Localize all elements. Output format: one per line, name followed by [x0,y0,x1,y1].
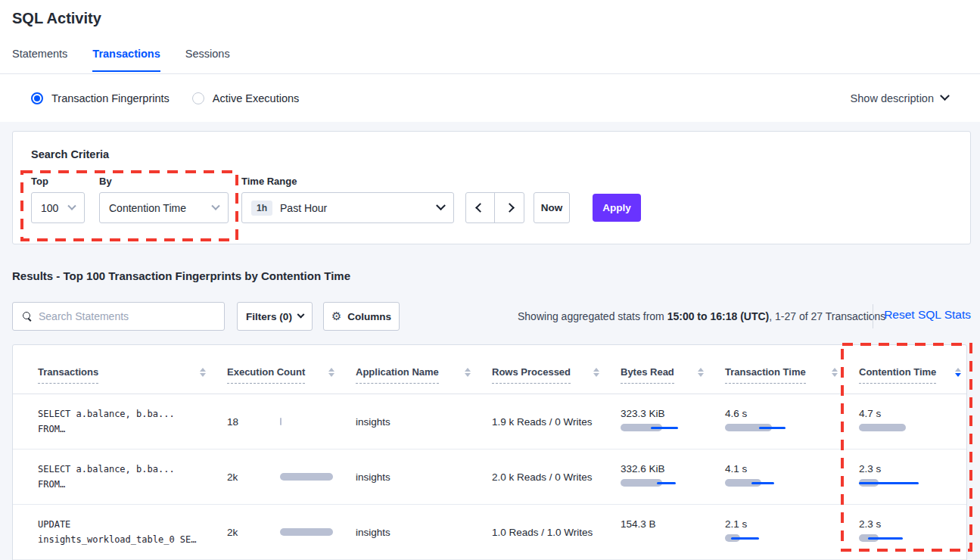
time-range-badge: 1h [251,201,272,216]
transaction-fingerprint-link[interactable]: SELECT a.balance, b.ba... FROM… [38,406,227,437]
view-toggle-row: Transaction Fingerprints Active Executio… [0,74,980,122]
search-icon [23,312,32,321]
columns-button[interactable]: ⚙ Columns [323,302,400,331]
bar-blue [759,427,786,429]
header-contention-time[interactable]: Contention Time [859,366,967,394]
transaction-time-cell: 2.1 s [725,519,859,545]
table-row: SELECT a.balance, b.ba... FROM… 2k insig… [13,450,966,505]
execution-count-bar [280,473,333,481]
search-statements-input[interactable] [39,310,224,322]
transaction-fingerprint-link[interactable]: UPDATE insights_workload_table_0 SE… [38,517,227,547]
transactions-table: Transactions Execution Count Application… [12,344,967,560]
bar-gray [280,473,333,481]
radio-selected-icon [31,92,43,104]
time-nav-group [465,192,524,223]
contention-time-bar [859,424,919,431]
contention-time-cell: 4.7 s [859,409,967,434]
bytes-read-bar [621,424,681,431]
sort-icon [698,368,704,384]
search-criteria-panel: Search Criteria Top 100 By Contention Ti… [12,131,971,244]
sort-icon [328,368,334,384]
execution-count-cell: 18 [227,416,356,428]
bar-gray [280,528,333,536]
page-title: SQL Activity [12,10,101,27]
header-application-name[interactable]: Application Name [356,366,492,394]
results-title: Results - Top 100 Transaction Fingerprin… [12,269,350,282]
by-select[interactable]: Contention Time [99,192,229,223]
transaction-fingerprint-link[interactable]: SELECT a.balance, b.ba... FROM… [38,462,227,492]
sql-activity-page: SQL Activity Statements Transactions Ses… [0,0,980,560]
show-description-toggle[interactable]: Show description [851,74,948,122]
sort-icon [593,368,599,384]
tab-bar: Statements Transactions Sessions [12,48,230,72]
chevron-down-icon [436,201,446,210]
tab-transactions[interactable]: Transactions [92,48,160,72]
top-label: Top [31,176,48,187]
by-label: By [99,176,112,187]
top-select[interactable]: 100 [31,192,85,223]
radio-transaction-fingerprints[interactable]: Transaction Fingerprints [31,92,170,104]
radio-unselected-icon [192,92,204,104]
chevron-left-icon [475,203,485,213]
contention-time-cell: 2.3 s [859,519,967,545]
bytes-read-bar [621,479,681,487]
sort-icon [200,368,206,384]
bar-gray [621,479,662,487]
application-name-cell: insights [356,416,492,428]
application-name-cell: insights [356,527,492,538]
search-statements-box [12,302,225,331]
bar-blue [751,482,774,484]
bar-blue [868,537,903,540]
reset-sql-stats-link[interactable]: Reset SQL Stats [884,308,971,322]
tab-statements[interactable]: Statements [12,48,67,72]
apply-button[interactable]: Apply [593,194,641,222]
table-row: UPDATE insights_workload_table_0 SE… 2k … [13,505,966,560]
now-button[interactable]: Now [534,192,570,223]
header-bytes-read[interactable]: Bytes Read [621,366,725,394]
bytes-read-cell: 154.3 B [621,519,725,545]
header-rows-processed[interactable]: Rows Processed [492,366,621,394]
bar-blue [651,427,678,429]
radio-active-executions[interactable]: Active Executions [192,92,299,104]
chevron-down-icon [67,201,76,210]
chevron-down-icon [211,201,219,210]
transaction-time-cell: 4.6 s [725,409,859,434]
time-range-label: Time Range [241,176,297,187]
chevron-down-icon [297,310,304,318]
execution-count-cell: 2k [227,527,356,538]
aggregated-stats-text: Showing aggregated stats from 15:00 to 1… [518,310,863,322]
header-execution-count[interactable]: Execution Count [227,366,356,394]
transaction-time-bar [725,424,786,431]
bar-blue [859,482,919,484]
bar-gray [280,418,282,425]
table-header-row: Transactions Execution Count Application… [13,345,966,394]
sort-icon [832,368,838,384]
chevron-right-icon [505,203,515,213]
transaction-time-bar [725,534,786,542]
transaction-time-bar [725,479,786,487]
time-range-select[interactable]: 1h Past Hour [241,192,454,223]
rows-processed-cell: 1.0 Reads / 1.0 Writes [492,527,621,538]
previous-time-button[interactable] [466,193,495,222]
contention-time-cell: 2.3 s [859,464,967,490]
bytes-read-bar [621,534,681,542]
bytes-read-cell: 323.3 KiB [621,409,725,434]
bytes-read-cell: 332.6 KiB [621,464,725,490]
transaction-time-cell: 4.1 s [725,464,859,490]
execution-count-bar [280,418,333,425]
bar-blue [657,482,676,484]
rows-processed-cell: 1.9 k Reads / 0 Writes [492,416,621,428]
search-criteria-title: Search Criteria [31,148,109,160]
bar-gray [859,424,906,431]
next-time-button[interactable] [495,193,524,222]
header-transaction-time[interactable]: Transaction Time [725,366,859,394]
rows-processed-cell: 2.0 k Reads / 0 Writes [492,471,621,483]
contention-time-bar [859,534,919,542]
tab-sessions[interactable]: Sessions [185,48,230,72]
application-name-cell: insights [356,471,492,483]
filters-button[interactable]: Filters (0) [237,302,313,331]
chevron-down-icon [940,91,950,101]
bar-blue [731,537,759,540]
header-transactions[interactable]: Transactions [38,366,227,394]
gear-icon: ⚙ [331,310,341,323]
